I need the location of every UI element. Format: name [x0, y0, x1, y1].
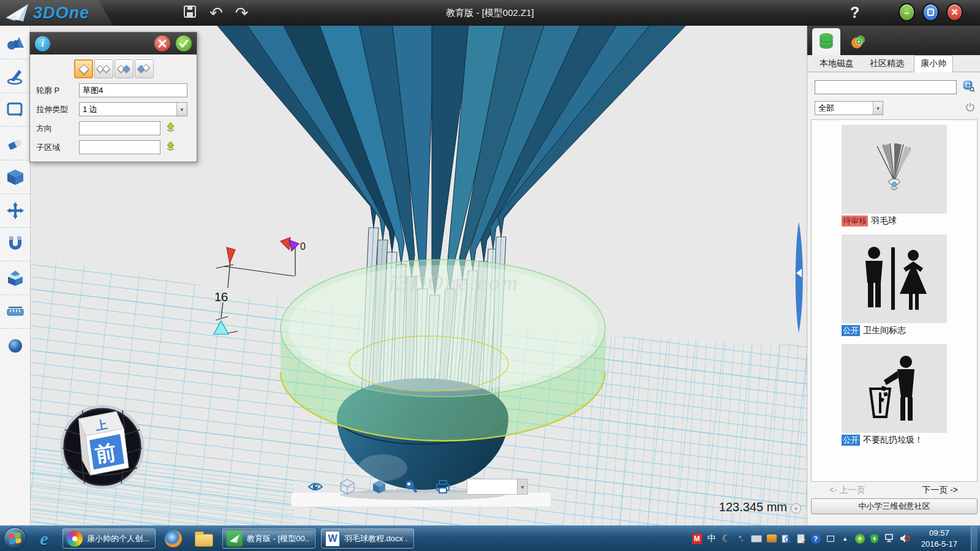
shuttlecock-feathers [214, 26, 689, 295]
thumbnail-shuttlecock[interactable] [842, 125, 947, 214]
restore-button[interactable] [922, 3, 939, 21]
ime-status-icon[interactable]: °, [736, 533, 746, 544]
next-page-button[interactable]: 下一页 -> [922, 485, 958, 496]
feature-cube-tool-icon[interactable] [0, 160, 31, 194]
subregion-input[interactable] [79, 140, 160, 154]
subtab-user[interactable]: 康小帅 [914, 55, 953, 72]
drag-cone-red2[interactable] [281, 238, 290, 250]
zoom-magnifier-icon[interactable] [403, 479, 419, 495]
dialog-ok-button[interactable] [176, 36, 192, 51]
shaded-display-icon[interactable] [371, 479, 387, 495]
safety-tray-icon[interactable]: + [855, 534, 865, 544]
drag-cone-cyan[interactable] [214, 321, 228, 334]
search-globe-icon[interactable] [962, 79, 975, 95]
taskbar-button-label: 教育版 - [模型00... [247, 533, 309, 544]
firefox-icon[interactable] [160, 528, 186, 550]
material-sphere-tool-icon[interactable] [0, 329, 31, 362]
tray-clock[interactable]: 09:57 2016-5-17 [915, 528, 963, 549]
filter-arrow-icon[interactable]: ▾ [873, 102, 883, 114]
status-badge: 公开 [842, 435, 860, 446]
shield-tray-icon[interactable] [870, 533, 880, 544]
undo-button[interactable]: ↶ [209, 5, 223, 21]
drag-cone-purple[interactable] [289, 240, 299, 251]
help-tray-icon[interactable]: ? [811, 534, 821, 544]
info-icon[interactable]: i [35, 36, 50, 51]
close-button[interactable]: ✕ [946, 3, 963, 21]
taskbar-button-label: 羽毛球教程.docx ... [344, 533, 408, 544]
visibility-eye-icon[interactable] [307, 479, 323, 495]
library-search-input[interactable] [815, 80, 957, 94]
library-item[interactable]: 待审核 羽毛球 [842, 125, 947, 227]
library-item[interactable]: 公开 不要乱扔垃圾！ [842, 344, 947, 446]
moon-tray-icon[interactable]: ☾ [722, 533, 731, 544]
panel-collapse-handle[interactable] [796, 222, 803, 333]
profile-input[interactable] [79, 83, 187, 97]
category-filter-select[interactable]: 全部 ▾ [815, 101, 883, 115]
extrude-mode-1-button[interactable] [74, 59, 93, 78]
thumbnail-restroom-sign[interactable] [842, 234, 947, 323]
eraser-tool-icon[interactable] [0, 127, 31, 160]
clock-date: 2016-5-17 [921, 539, 957, 550]
dialog-cancel-button[interactable] [154, 36, 170, 51]
view-cube[interactable]: 上 前 [62, 407, 143, 487]
tray-expand-icon[interactable]: ▲ [840, 533, 850, 544]
app-logo-text: 3DOne [33, 4, 89, 23]
save-button[interactable] [183, 4, 197, 21]
direction-pick-icon[interactable] [165, 122, 176, 135]
taskbar-button-word[interactable]: W 羽毛球教程.docx ... [321, 528, 414, 549]
scale-options-icon[interactable]: ▾ [791, 503, 801, 514]
explorer-folder-icon[interactable] [191, 528, 217, 550]
help-button[interactable]: ? [850, 4, 859, 21]
combo-arrow-icon[interactable]: ▾ [517, 479, 527, 494]
view-cube-top-label[interactable]: 上 [94, 418, 108, 432]
taskbar-button-3done[interactable]: 教育版 - [模型00... [222, 528, 315, 549]
combine-tool-icon[interactable] [0, 261, 31, 295]
thumbnail-no-littering-sign[interactable] [842, 344, 947, 433]
keyboard-tray-icon[interactable] [751, 533, 762, 544]
show-desktop-button[interactable] [971, 526, 978, 551]
taskbar-button-browser[interactable]: 康小帅的个人创... [62, 528, 156, 549]
library-item[interactable]: 公开 卫生间标志 [842, 234, 947, 336]
notes-tray-icon[interactable] [796, 533, 806, 544]
community-link-button[interactable]: 中小学三维创意社区 [811, 498, 978, 514]
drag-cone-red[interactable] [227, 247, 235, 263]
word-doc-icon: W [325, 531, 340, 547]
prev-page-button[interactable]: <- 上一页 [829, 485, 865, 496]
tab-local-library[interactable] [812, 28, 840, 55]
print-icon[interactable] [435, 479, 451, 495]
dimension-label[interactable]: 16 [214, 290, 228, 304]
internet-explorer-icon[interactable]: e [31, 528, 57, 550]
search-doc-tray-icon[interactable] [782, 533, 791, 544]
refresh-power-icon[interactable] [965, 102, 975, 114]
volume-muted-icon[interactable] [900, 533, 910, 544]
direction-input[interactable] [79, 121, 160, 135]
window-popup-tray-icon[interactable] [826, 533, 835, 544]
sketch-tool-icon[interactable] [0, 59, 31, 93]
magnet-assembly-tool-icon[interactable] [0, 228, 31, 261]
extrude-type-select[interactable]: 1 边 ▾ [79, 102, 187, 116]
subtab-local-disk[interactable]: 本地磁盘 [813, 56, 860, 72]
minimize-button[interactable]: – [899, 3, 915, 21]
extrude-mode-2-button[interactable] [94, 59, 113, 78]
network-tray-icon[interactable] [884, 533, 895, 544]
subregion-pick-icon[interactable] [165, 141, 176, 154]
subtab-community-featured[interactable]: 社区精选 [864, 56, 910, 72]
mathtype-tray-icon[interactable]: M [692, 533, 702, 544]
view-cube-front-label[interactable]: 前 [94, 440, 118, 467]
extrude-mode-4-button[interactable] [135, 59, 154, 78]
select-arrow-icon[interactable]: ▾ [176, 103, 187, 116]
solids-tool-icon[interactable] [0, 26, 31, 59]
sketch-plane-tool-icon[interactable] [0, 93, 31, 127]
item-name: 羽毛球 [871, 216, 897, 227]
extrude-mode-3-button[interactable] [115, 59, 134, 78]
toolbox-tray-icon[interactable] [767, 533, 777, 544]
measure-tool-icon[interactable] [0, 295, 31, 329]
start-button[interactable] [4, 527, 26, 550]
view-preset-combobox[interactable]: ▾ [467, 479, 528, 495]
wireframe-display-icon[interactable] [339, 479, 355, 495]
tab-community-library[interactable] [844, 28, 872, 55]
windows-taskbar: e 康小帅的个人创... 教育版 - [模型00... W 羽毛球教程.docx… [0, 525, 980, 551]
ime-language-icon[interactable]: 中 [707, 533, 717, 544]
move-tool-icon[interactable] [0, 194, 31, 228]
redo-button[interactable]: ↷ [235, 5, 249, 21]
